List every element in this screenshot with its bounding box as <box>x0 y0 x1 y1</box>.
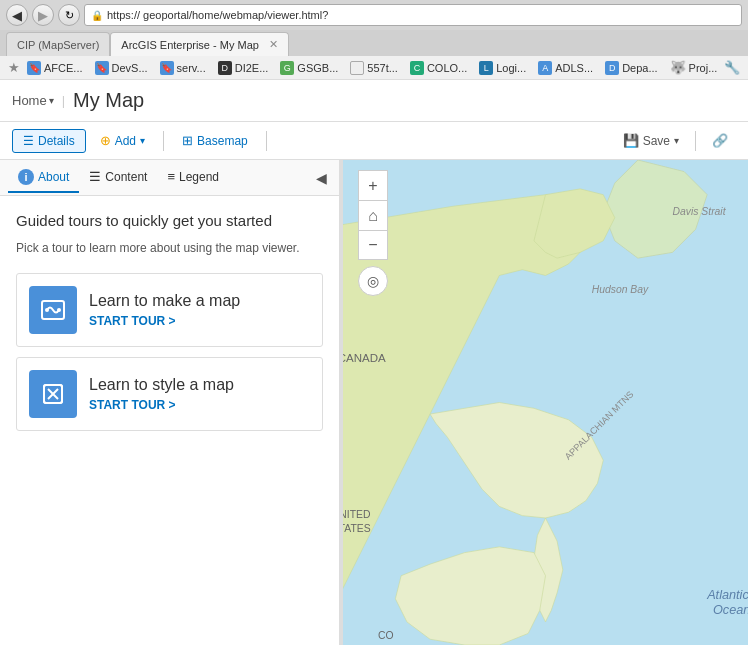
basemap-button[interactable]: ⊞ Basemap <box>172 129 258 152</box>
svg-text:CO: CO <box>378 630 394 641</box>
tab-cip[interactable]: CIP (MapServer) <box>6 32 110 56</box>
svg-text:Atlantic: Atlantic <box>706 588 748 602</box>
bookmark-serv[interactable]: 🔖 serv... <box>155 59 211 77</box>
bookmark-depa-icon: D <box>605 61 619 75</box>
map-background[interactable]: Davis Strait Hudson Bay CANADA UNITED ST… <box>343 160 748 645</box>
address-text: https:// geoportal/home/webmap/viewer.ht… <box>107 9 328 21</box>
bookmark-colo-icon: C <box>410 61 424 75</box>
svg-point-1 <box>45 308 49 312</box>
basemap-icon: ⊞ <box>182 133 193 148</box>
tour-card-style-map[interactable]: Learn to style a map START TOUR > <box>16 357 323 431</box>
tour-style-map-icon <box>29 370 77 418</box>
browser-titlebar: ◀ ▶ ↻ 🔒 https:// geoportal/home/webmap/v… <box>0 0 748 30</box>
zoom-in-button[interactable]: + <box>358 170 388 200</box>
bookmark-di2e[interactable]: D DI2E... <box>213 59 274 77</box>
more-tools-icon: 🔧 <box>724 60 740 75</box>
svg-point-2 <box>57 308 61 312</box>
tab-arcgis-label: ArcGIS Enterprise - My Map <box>121 39 259 51</box>
address-bar[interactable]: 🔒 https:// geoportal/home/webmap/viewer.… <box>84 4 742 26</box>
add-button[interactable]: ⊕ Add ▾ <box>90 129 155 152</box>
compass-icon: ◎ <box>367 273 379 289</box>
svg-text:UNITED: UNITED <box>343 509 370 520</box>
zoom-out-icon: − <box>368 236 377 254</box>
save-label: Save <box>643 134 670 148</box>
bookmark-afce[interactable]: 🔖 AFCE... <box>22 59 88 77</box>
tour-make-map-start[interactable]: START TOUR > <box>89 314 240 328</box>
home-label: Home <box>12 93 47 108</box>
tab-about[interactable]: i About <box>8 163 79 193</box>
svg-text:CANADA: CANADA <box>343 352 386 364</box>
app: Home ▾ | My Map ☰ Details ⊕ Add ▾ ⊞ Base… <box>0 80 748 645</box>
share-icon: 🔗 <box>712 133 728 148</box>
details-button[interactable]: ☰ Details <box>12 129 86 153</box>
map-area: Davis Strait Hudson Bay CANADA UNITED ST… <box>343 160 748 645</box>
bookmark-star-icon: ★ <box>8 60 20 75</box>
panel-tabs: i About ☰ Content ≡ Legend ◀ <box>0 160 339 196</box>
header-separator: | <box>62 93 65 108</box>
panel-collapse-button[interactable]: ◀ <box>312 166 331 190</box>
details-label: Details <box>38 134 75 148</box>
basemap-label: Basemap <box>197 134 248 148</box>
tour-style-map-start[interactable]: START TOUR > <box>89 398 234 412</box>
reload-button[interactable]: ↻ <box>58 4 80 26</box>
tab-content[interactable]: ☰ Content <box>79 163 157 192</box>
bookmark-logi-icon: L <box>479 61 493 75</box>
about-panel: Guided tours to quickly get you started … <box>0 196 339 457</box>
bookmark-devs[interactable]: 🔖 DevS... <box>90 59 153 77</box>
zoom-in-icon: + <box>368 177 377 195</box>
tour-card-make-map[interactable]: Learn to make a map START TOUR > <box>16 273 323 347</box>
tab-close-icon[interactable]: ✕ <box>269 38 278 51</box>
back-button[interactable]: ◀ <box>6 4 28 26</box>
home-map-icon: ⌂ <box>368 207 378 225</box>
tour-make-map-title: Learn to make a map <box>89 292 240 310</box>
toolbar-sep-3 <box>695 131 696 151</box>
svg-text:STATES: STATES <box>343 523 371 534</box>
add-label: Add <box>115 134 136 148</box>
save-button[interactable]: 💾 Save ▾ <box>615 129 687 152</box>
about-description: Pick a tour to learn more about using th… <box>16 239 323 257</box>
bookmark-icon: 🔖 <box>27 61 41 75</box>
bookmark-557t-icon <box>350 61 364 75</box>
bookmark-colo[interactable]: C COLO... <box>405 59 472 77</box>
forward-button[interactable]: ▶ <box>32 4 54 26</box>
add-dropdown-icon: ▾ <box>140 135 145 146</box>
svg-text:Ocean: Ocean <box>713 603 748 617</box>
toolbar-right: 💾 Save ▾ 🔗 <box>615 129 736 152</box>
browser-chrome: ◀ ▶ ↻ 🔒 https:// geoportal/home/webmap/v… <box>0 0 748 80</box>
home-dropdown-icon[interactable]: ▾ <box>49 95 54 106</box>
tab-arcgis[interactable]: ArcGIS Enterprise - My Map ✕ <box>110 32 289 56</box>
tour-style-map-title: Learn to style a map <box>89 376 234 394</box>
bookmark-icon-2: 🔖 <box>95 61 109 75</box>
side-panel: i About ☰ Content ≡ Legend ◀ Guided tour… <box>0 160 340 645</box>
bookmark-logi[interactable]: L Logi... <box>474 59 531 77</box>
add-icon: ⊕ <box>100 133 111 148</box>
bookmark-557t[interactable]: 557t... <box>345 59 403 77</box>
svg-text:Davis Strait: Davis Strait <box>673 206 727 217</box>
details-icon: ☰ <box>23 134 34 148</box>
save-icon: 💾 <box>623 133 639 148</box>
about-tab-label: About <box>38 170 69 184</box>
toolbar-sep-1 <box>163 131 164 151</box>
compass-button[interactable]: ◎ <box>358 266 388 296</box>
legend-tab-label: Legend <box>179 170 219 184</box>
about-icon: i <box>18 169 34 185</box>
content-icon: ☰ <box>89 169 101 184</box>
bookmark-gsgb-icon: G <box>280 61 294 75</box>
zoom-out-button[interactable]: − <box>358 230 388 260</box>
home-link[interactable]: Home ▾ <box>12 93 54 108</box>
bookmark-depa[interactable]: D Depa... <box>600 59 662 77</box>
bookmark-adls[interactable]: A ADLS... <box>533 59 598 77</box>
content-tab-label: Content <box>105 170 147 184</box>
tab-legend[interactable]: ≡ Legend <box>157 163 229 192</box>
share-button[interactable]: 🔗 <box>704 129 736 152</box>
bookmark-di2e-icon: D <box>218 61 232 75</box>
tour-make-map-info: Learn to make a map START TOUR > <box>89 292 240 328</box>
bookmark-proj[interactable]: 🐺 Proj... <box>665 58 723 77</box>
bookmark-adls-icon: A <box>538 61 552 75</box>
about-heading: Guided tours to quickly get you started <box>16 212 323 229</box>
tour-style-map-info: Learn to style a map START TOUR > <box>89 376 234 412</box>
legend-icon: ≡ <box>167 169 175 184</box>
lock-icon: 🔒 <box>91 10 103 21</box>
home-button[interactable]: ⌂ <box>358 200 388 230</box>
bookmark-gsgb[interactable]: G GSGB... <box>275 59 343 77</box>
